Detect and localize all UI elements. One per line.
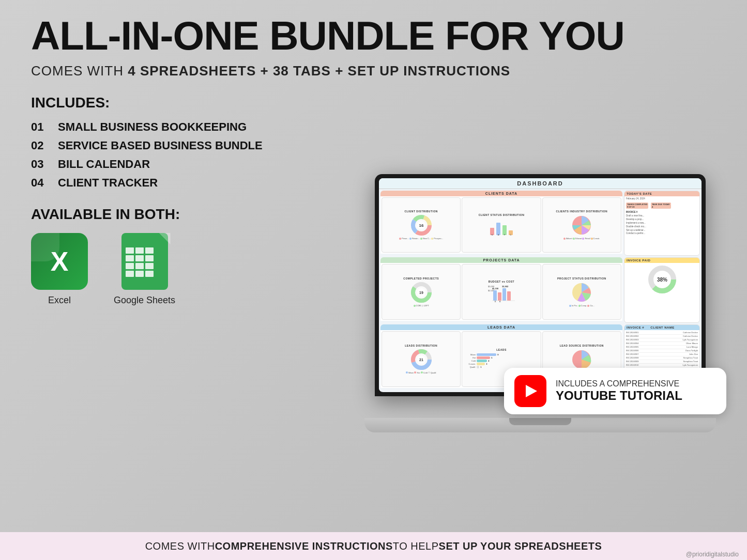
invoice-row: INV-2024/008Seraphina Trant <box>626 356 698 360</box>
cell <box>145 271 154 277</box>
clients-section-body: CLIENT DISTRIBUTION <box>380 196 622 254</box>
project-status-card: PROJECT STATUS DISTRIBUTION <box>542 264 621 320</box>
clients-industry-title: CLIENTS INDUSTRY DISTRIBUTION <box>556 210 608 213</box>
pie-center-val: 16 <box>419 223 423 228</box>
leads-dist-donut: 21 <box>410 348 433 371</box>
legend-row-ps: In Pro. Comp. Ca... <box>569 304 594 307</box>
svg-text:A: A <box>498 234 499 236</box>
youtube-text-top: INCLUDES A COMPREHENSIVE <box>556 379 682 388</box>
clients-section: CLIENTS DATA CLIENT DISTRIBUTION <box>380 191 622 256</box>
invoice-num-col: INVOICE # <box>627 326 644 329</box>
project-status-pie <box>570 281 593 304</box>
svg-rect-21 <box>502 288 506 301</box>
task-list: INVOICE # Draft a new fina... Develop a … <box>626 211 698 235</box>
legend-item: Retail <box>582 237 590 240</box>
dashboard-right-col: TODAY'S DATE February 24, 2024 TASKS COM… <box>624 189 702 392</box>
svg-text:45,190: 45,190 <box>492 287 499 290</box>
dashboard-header: DASHBOARD <box>379 178 702 189</box>
bottom-text-bold2: SET UP YOUR SPREADSHEETS <box>439 540 602 552</box>
youtube-play-button[interactable] <box>514 375 546 407</box>
legend-item: Prese... <box>399 237 409 240</box>
tasks-completed-badge: TASKS COMPLETED 9 OF 23 <box>626 203 648 209</box>
lead-source-title: LEAD SOURCE DISTRIBUTION <box>560 344 604 347</box>
invoice-paid-header: INVOICE PAID <box>624 258 699 263</box>
item-label-4: CLIENT TRACKER <box>58 176 158 190</box>
svg-rect-20 <box>498 292 501 301</box>
invoice-row: INV-2024/009Seraphina Trant <box>626 360 698 364</box>
leads-bar <box>477 366 479 368</box>
sheets-label: Google Sheets <box>114 295 175 306</box>
leads-bar-row: Warm 9 <box>464 353 538 356</box>
invoice-paid-card: INVOICE PAID 38% <box>624 257 700 323</box>
client-status-card: CLIENT STATUS DISTRIBUTION N <box>462 197 541 253</box>
software-icons: X Excel <box>31 233 321 306</box>
leads-bar <box>477 360 487 362</box>
excel-item: X Excel <box>31 233 88 306</box>
legend-row-leads: Warm Hot Cold Qualif. <box>406 371 437 374</box>
task-item: Conduct a perfor... <box>626 232 698 235</box>
laptop-container: DASHBOARD CLIENTS DATA <box>364 174 716 443</box>
item-num-3: 03 <box>31 158 58 171</box>
screen-inner: DASHBOARD CLIENTS DATA <box>379 178 702 392</box>
invoice-list-header: INVOICE # CLIENT NAME <box>624 325 699 330</box>
available-title: AVAILABLE IN BOTH: <box>31 206 321 223</box>
task-item: Implement a new... <box>626 222 698 225</box>
client-name-col: CLIENT NAME <box>650 326 675 329</box>
cell <box>126 263 134 269</box>
budget-vs-cost-title: BUDGET vs COST <box>489 280 514 283</box>
includes-title: INCLUDES: <box>31 95 321 111</box>
leads-dist-title: LEADS DISTRIBUTION <box>405 344 437 347</box>
list-item: 01 SMALL BUSINESS BOOKKEEPING <box>31 120 321 134</box>
leads-bar-row: Conver. 3 <box>464 363 538 365</box>
legend-row-proj: COM LEFT <box>414 304 429 307</box>
legend-item: LEFT <box>421 304 429 307</box>
date-value: February 24, 2024 <box>626 197 698 200</box>
sheets-grid <box>126 247 154 277</box>
invoice-row: INV-2024/005Luna Meago <box>626 346 698 349</box>
youtube-text-bottom: YOUTUBE TUTORIAL <box>556 388 682 403</box>
list-item: 04 CLIENT TRACKER <box>31 176 321 190</box>
content-area: INCLUDES: 01 SMALL BUSINESS BOOKKEEPING … <box>0 84 747 532</box>
legend-item: Constr. <box>591 237 600 240</box>
cell <box>126 271 134 277</box>
leads-distribution-card: LEADS DISTRIBUTION 21 <box>382 331 461 387</box>
legend-row: Prese... Retain... New C... Prospec... <box>399 237 443 240</box>
bottom-text-mid: TO HELP <box>393 540 439 552</box>
leads-title: LEADS <box>496 348 506 351</box>
svg-text:N: N <box>492 234 493 236</box>
header-section: ALL-IN-ONE BUNDLE FOR YOU COMES WITH 4 S… <box>0 0 747 84</box>
budget-vs-cost-card: BUDGET vs COST $5,000 $2,500 <box>462 264 541 320</box>
task-item: Draft a new fina... <box>626 214 698 217</box>
client-status-title: CLIENT STATUS DISTRIBUTION <box>479 213 525 216</box>
cell <box>135 247 144 254</box>
clients-industry-card: CLIENTS INDUSTRY DISTRIBUTION <box>542 197 621 253</box>
budget-chart: $5,000 $2,500 <box>487 284 515 304</box>
dashboard-body: CLIENTS DATA CLIENT DISTRIBUTION <box>379 189 702 392</box>
laptop-base <box>364 418 716 432</box>
leads-bar-row: Cold 4 <box>464 360 538 362</box>
subtitle-bold: 4 SPREADSHEETS + 38 TABS + SET UP INSTRU… <box>128 63 510 79</box>
invoice-row: INV-2024/002Cathrine Decker <box>626 335 698 338</box>
cell <box>135 271 144 277</box>
list-item: 03 BILL CALENDAR <box>31 158 321 171</box>
invoice-row: INV-2024/006Dana Twilight <box>626 349 698 353</box>
subtitle-normal: COMES WITH <box>31 63 128 79</box>
leads-bars: Warm 9 Hot 5 <box>463 352 539 370</box>
client-dist-pie: 16 <box>410 214 433 237</box>
legend-item: Ca... <box>587 304 594 307</box>
item-num-2: 02 <box>31 139 58 152</box>
dashboard-main: CLIENTS DATA CLIENT DISTRIBUTION <box>379 189 624 392</box>
svg-rect-19 <box>493 290 497 301</box>
leads-section-header: LEADS DATA <box>380 324 622 330</box>
item-num-1: 01 <box>31 120 58 134</box>
task-due-badge: TASK DUE TODAY 4 <box>651 203 671 209</box>
task-name-label: INVOICE # <box>626 211 698 214</box>
client-dist-title: CLIENT DISTRIBUTION <box>404 210 438 213</box>
bottom-text-before: COMES WITH <box>145 540 215 552</box>
invoice-row: INV-2024/003Lyla Youngstrom <box>626 338 698 342</box>
leads-center-val: 21 <box>419 358 423 362</box>
legend-item: Hot <box>414 371 420 374</box>
leads-bar <box>477 356 490 359</box>
legend-item: New C... <box>420 237 431 240</box>
legend-item: Advert <box>563 237 572 240</box>
